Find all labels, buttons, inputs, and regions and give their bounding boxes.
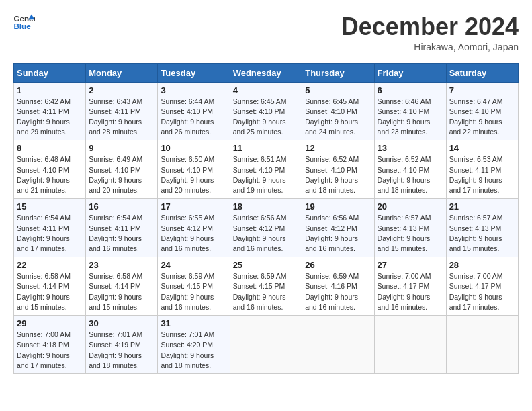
calendar-week-4: 22Sunrise: 6:58 AMSunset: 4:14 PMDayligh… xyxy=(14,257,519,316)
day-info: Sunrise: 6:43 AMSunset: 4:11 PMDaylight:… xyxy=(89,97,154,138)
day-info: Sunrise: 6:52 AMSunset: 4:10 PMDaylight:… xyxy=(378,154,443,195)
day-number: 29 xyxy=(17,318,83,328)
weekday-header-row: SundayMondayTuesdayWednesdayThursdayFrid… xyxy=(14,63,519,82)
calendar-cell: 1Sunrise: 6:42 AMSunset: 4:11 PMDaylight… xyxy=(14,82,86,140)
calendar-week-3: 15Sunrise: 6:54 AMSunset: 4:11 PMDayligh… xyxy=(14,199,519,257)
calendar-cell: 19Sunrise: 6:56 AMSunset: 4:12 PMDayligh… xyxy=(302,199,374,257)
day-info: Sunrise: 6:47 AMSunset: 4:10 PMDaylight:… xyxy=(449,97,515,138)
calendar-cell: 26Sunrise: 6:59 AMSunset: 4:16 PMDayligh… xyxy=(302,257,374,316)
logo: General Blue xyxy=(13,13,35,32)
day-number: 6 xyxy=(378,85,443,95)
day-number: 26 xyxy=(305,260,371,270)
day-number: 10 xyxy=(161,143,226,153)
day-number: 17 xyxy=(161,201,226,212)
calendar-cell: 4Sunrise: 6:45 AMSunset: 4:10 PMDaylight… xyxy=(230,82,302,140)
day-info: Sunrise: 6:58 AMSunset: 4:14 PMDaylight:… xyxy=(17,271,83,312)
calendar-cell: 22Sunrise: 6:58 AMSunset: 4:14 PMDayligh… xyxy=(14,257,86,316)
day-info: Sunrise: 6:44 AMSunset: 4:10 PMDaylight:… xyxy=(161,97,226,138)
day-info: Sunrise: 6:51 AMSunset: 4:10 PMDaylight:… xyxy=(233,154,300,195)
calendar-cell: 16Sunrise: 6:54 AMSunset: 4:11 PMDayligh… xyxy=(86,199,158,257)
day-info: Sunrise: 6:56 AMSunset: 4:12 PMDaylight:… xyxy=(305,213,371,254)
calendar-cell: 24Sunrise: 6:59 AMSunset: 4:15 PMDayligh… xyxy=(158,257,230,316)
calendar-cell: 7Sunrise: 6:47 AMSunset: 4:10 PMDaylight… xyxy=(446,82,518,140)
location-subtitle: Hirakawa, Aomori, Japan xyxy=(341,42,519,52)
calendar-cell xyxy=(374,316,446,374)
day-info: Sunrise: 6:52 AMSunset: 4:10 PMDaylight:… xyxy=(305,154,371,195)
calendar-cell: 25Sunrise: 6:59 AMSunset: 4:15 PMDayligh… xyxy=(230,257,302,316)
day-number: 22 xyxy=(17,260,83,270)
day-info: Sunrise: 6:42 AMSunset: 4:11 PMDaylight:… xyxy=(17,97,83,138)
day-info: Sunrise: 7:01 AMSunset: 4:19 PMDaylight:… xyxy=(89,330,154,371)
day-number: 15 xyxy=(17,201,83,212)
day-number: 4 xyxy=(233,85,300,95)
calendar-cell: 9Sunrise: 6:49 AMSunset: 4:10 PMDaylight… xyxy=(86,140,158,199)
logo-icon: General Blue xyxy=(13,13,35,32)
calendar-cell: 29Sunrise: 7:00 AMSunset: 4:18 PMDayligh… xyxy=(14,316,86,374)
day-info: Sunrise: 7:00 AMSunset: 4:17 PMDaylight:… xyxy=(449,271,515,312)
day-number: 30 xyxy=(89,318,154,328)
day-info: Sunrise: 7:01 AMSunset: 4:20 PMDaylight:… xyxy=(161,330,226,371)
weekday-header-thursday: Thursday xyxy=(302,63,374,82)
day-number: 14 xyxy=(449,143,515,153)
day-info: Sunrise: 6:59 AMSunset: 4:15 PMDaylight:… xyxy=(233,271,300,312)
day-number: 11 xyxy=(233,143,300,153)
calendar-body: 1Sunrise: 6:42 AMSunset: 4:11 PMDaylight… xyxy=(14,82,519,373)
day-number: 12 xyxy=(305,143,371,153)
day-info: Sunrise: 6:59 AMSunset: 4:16 PMDaylight:… xyxy=(305,271,371,312)
day-info: Sunrise: 7:00 AMSunset: 4:17 PMDaylight:… xyxy=(378,271,443,312)
day-number: 18 xyxy=(233,201,300,212)
month-title: December 2024 xyxy=(341,13,519,40)
day-number: 16 xyxy=(89,201,154,212)
day-number: 27 xyxy=(378,260,443,270)
day-number: 1 xyxy=(17,85,83,95)
day-info: Sunrise: 6:57 AMSunset: 4:13 PMDaylight:… xyxy=(449,213,515,254)
calendar-cell: 30Sunrise: 7:01 AMSunset: 4:19 PMDayligh… xyxy=(86,316,158,374)
calendar-cell: 2Sunrise: 6:43 AMSunset: 4:11 PMDaylight… xyxy=(86,82,158,140)
calendar-table: SundayMondayTuesdayWednesdayThursdayFrid… xyxy=(13,63,519,374)
weekday-header-tuesday: Tuesday xyxy=(158,63,230,82)
day-number: 19 xyxy=(305,201,371,212)
weekday-header-monday: Monday xyxy=(86,63,158,82)
day-info: Sunrise: 6:46 AMSunset: 4:10 PMDaylight:… xyxy=(378,97,443,138)
day-number: 25 xyxy=(233,260,300,270)
calendar-cell: 10Sunrise: 6:50 AMSunset: 4:10 PMDayligh… xyxy=(158,140,230,199)
day-number: 20 xyxy=(378,201,443,212)
day-number: 28 xyxy=(449,260,515,270)
day-info: Sunrise: 6:45 AMSunset: 4:10 PMDaylight:… xyxy=(233,97,300,138)
calendar-cell: 15Sunrise: 6:54 AMSunset: 4:11 PMDayligh… xyxy=(14,199,86,257)
weekday-header-friday: Friday xyxy=(374,63,446,82)
calendar-cell xyxy=(446,316,518,374)
svg-text:Blue: Blue xyxy=(13,21,31,30)
day-number: 31 xyxy=(161,318,226,328)
calendar-cell xyxy=(302,316,374,374)
day-number: 23 xyxy=(89,260,154,270)
day-info: Sunrise: 7:00 AMSunset: 4:18 PMDaylight:… xyxy=(17,330,83,371)
day-info: Sunrise: 6:56 AMSunset: 4:12 PMDaylight:… xyxy=(233,213,300,254)
day-info: Sunrise: 6:54 AMSunset: 4:11 PMDaylight:… xyxy=(89,213,154,254)
calendar-week-5: 29Sunrise: 7:00 AMSunset: 4:18 PMDayligh… xyxy=(14,316,519,374)
calendar-cell xyxy=(230,316,302,374)
calendar-cell: 20Sunrise: 6:57 AMSunset: 4:13 PMDayligh… xyxy=(374,199,446,257)
day-number: 8 xyxy=(17,143,83,153)
day-number: 7 xyxy=(449,85,515,95)
calendar-cell: 21Sunrise: 6:57 AMSunset: 4:13 PMDayligh… xyxy=(446,199,518,257)
day-number: 21 xyxy=(449,201,515,212)
calendar-cell: 8Sunrise: 6:48 AMSunset: 4:10 PMDaylight… xyxy=(14,140,86,199)
calendar-cell: 14Sunrise: 6:53 AMSunset: 4:11 PMDayligh… xyxy=(446,140,518,199)
day-number: 13 xyxy=(378,143,443,153)
page-header: General Blue December 2024 Hirakawa, Aom… xyxy=(13,13,519,52)
calendar-cell: 6Sunrise: 6:46 AMSunset: 4:10 PMDaylight… xyxy=(374,82,446,140)
calendar-cell: 18Sunrise: 6:56 AMSunset: 4:12 PMDayligh… xyxy=(230,199,302,257)
calendar-cell: 5Sunrise: 6:45 AMSunset: 4:10 PMDaylight… xyxy=(302,82,374,140)
calendar-week-1: 1Sunrise: 6:42 AMSunset: 4:11 PMDaylight… xyxy=(14,82,519,140)
calendar-cell: 13Sunrise: 6:52 AMSunset: 4:10 PMDayligh… xyxy=(374,140,446,199)
calendar-cell: 12Sunrise: 6:52 AMSunset: 4:10 PMDayligh… xyxy=(302,140,374,199)
day-info: Sunrise: 6:48 AMSunset: 4:10 PMDaylight:… xyxy=(17,154,83,195)
day-info: Sunrise: 6:59 AMSunset: 4:15 PMDaylight:… xyxy=(161,271,226,312)
calendar-week-2: 8Sunrise: 6:48 AMSunset: 4:10 PMDaylight… xyxy=(14,140,519,199)
day-number: 24 xyxy=(161,260,226,270)
day-number: 2 xyxy=(89,85,154,95)
calendar-cell: 28Sunrise: 7:00 AMSunset: 4:17 PMDayligh… xyxy=(446,257,518,316)
day-info: Sunrise: 6:58 AMSunset: 4:14 PMDaylight:… xyxy=(89,271,154,312)
day-info: Sunrise: 6:45 AMSunset: 4:10 PMDaylight:… xyxy=(305,97,371,138)
